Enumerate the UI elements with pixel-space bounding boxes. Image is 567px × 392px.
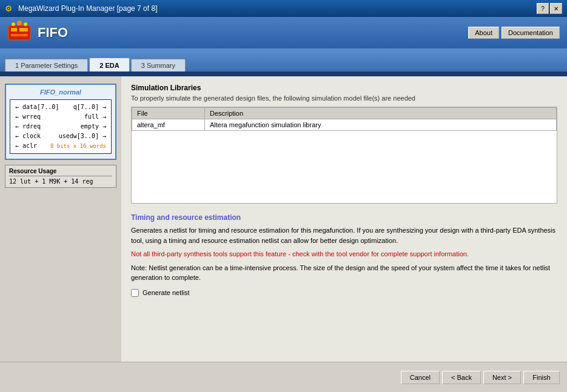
table-row: altera_mf Altera megafunction simulation… [132,119,557,131]
close-button[interactable]: ✕ [550,3,562,14]
resource-usage: Resource Usage 12 lut + 1 M9K + 14 reg [5,165,116,188]
bottom-bar: Cancel < Back Next > Finish [0,362,567,392]
timing-text3: Note: Netlist generation can be a time-i… [131,263,557,283]
help-button[interactable]: ? [537,3,549,14]
signal-row-rdreq: ← rdreq empty → [15,122,106,131]
title-bar: ⚙ MegaWizard Plug-In Manager [page 7 of … [0,0,567,17]
separator-bar [0,71,567,76]
table-cell-file: altera_mf [132,119,205,131]
app-title: FIFO [38,25,468,41]
svg-point-6 [24,22,27,26]
signal-usedw-out: usedw[3..0] → [59,131,106,141]
svg-rect-0 [8,25,30,40]
signal-aclr-val: 8 bits x 16 words [50,141,106,151]
signal-row-data: ← data[7..0] q[7..0] → [15,102,106,112]
tab1-label: Parameter Settings [21,62,78,69]
documentation-button[interactable]: Documentation [502,27,560,39]
next-button[interactable]: Next > [483,371,521,384]
window-title: MegaWizard Plug-In Manager [page 7 of 8] [18,4,537,13]
tab-summary[interactable]: 3 Summary [131,59,186,71]
svg-rect-1 [11,28,17,32]
tab3-label: Summary [147,62,175,69]
left-panel: FIFO_normal ← data[7..0] q[7..0] → ← wrr… [0,76,121,362]
svg-rect-3 [11,34,28,36]
svg-point-5 [17,21,22,25]
fifo-box: ← data[7..0] q[7..0] → ← wrreq full → ← … [10,99,112,154]
timing-section: Timing and resource estimation Generates… [131,213,557,297]
window-controls: ? ✕ [537,3,562,14]
tab1-number: 1 [15,62,21,69]
sim-table-container: File Description altera_mf Altera megafu… [131,107,557,204]
generate-netlist-label[interactable]: Generate netlist [143,289,190,296]
timing-text2: Not all third-party synthesis tools supp… [131,249,557,259]
fifo-diagram: FIFO_normal ← data[7..0] q[7..0] → ← wrr… [5,84,116,160]
signal-row-aclr: ← aclr 8 bits x 16 words [15,141,106,151]
sim-table: File Description altera_mf Altera megafu… [132,107,557,131]
sim-section-desc: To properly simulate the generated desig… [131,95,557,102]
main-area: FIFO_normal ← data[7..0] q[7..0] → ← wrr… [0,76,567,362]
cancel-button[interactable]: Cancel [401,371,440,384]
resource-label: Resource Usage [9,168,112,176]
tab-parameter-settings[interactable]: 1 Parameter Settings [5,59,88,71]
window-icon: ⚙ [5,4,15,13]
tab2-label: EDA [106,62,119,69]
resource-value: 12 lut + 1 M9K + 14 reg [9,178,112,185]
generate-netlist-row: Generate netlist [131,289,557,297]
about-button[interactable]: About [468,27,499,39]
generate-netlist-checkbox[interactable] [131,289,139,297]
signal-rdreq-in: ← rdreq [15,122,41,131]
table-header-file: File [132,108,205,119]
tabs-area: 1 Parameter Settings 2 EDA 3 Summary [0,48,567,71]
signal-clock-in: ← clock [15,131,41,141]
signal-wrreq-in: ← wrreq [15,112,41,122]
svg-point-4 [12,22,15,26]
signal-row-wrreq: ← wrreq full → [15,112,106,122]
table-cell-description: Altera megafunction simulation library [205,119,557,131]
back-button[interactable]: < Back [442,371,481,384]
timing-title: Timing and resource estimation [131,213,557,222]
header: FIFO About Documentation [0,17,567,48]
header-buttons: About Documentation [468,27,560,39]
fifo-title: FIFO_normal [10,88,112,96]
tab3-number: 3 [141,62,147,69]
svg-rect-2 [19,28,28,32]
tab2-number: 2 [99,62,105,69]
tab-eda[interactable]: 2 EDA [89,58,129,71]
signal-row-clock: ← clock usedw[3..0] → [15,131,106,141]
finish-button[interactable]: Finish [523,371,560,384]
signal-aclr-in: ← aclr [15,141,37,151]
signal-empty-out: empty → [81,122,106,131]
sim-section-title: Simulation Libraries [131,84,557,92]
signal-full-out: full → [84,112,106,122]
timing-text1: Generates a netlist for timing and resou… [131,225,557,245]
app-logo [7,21,32,45]
table-header-description: Description [205,108,557,119]
signal-data-in: ← data[7..0] [15,102,59,112]
signal-q-out: q[7..0] → [73,102,106,112]
right-panel: Simulation Libraries To properly simulat… [121,76,567,362]
